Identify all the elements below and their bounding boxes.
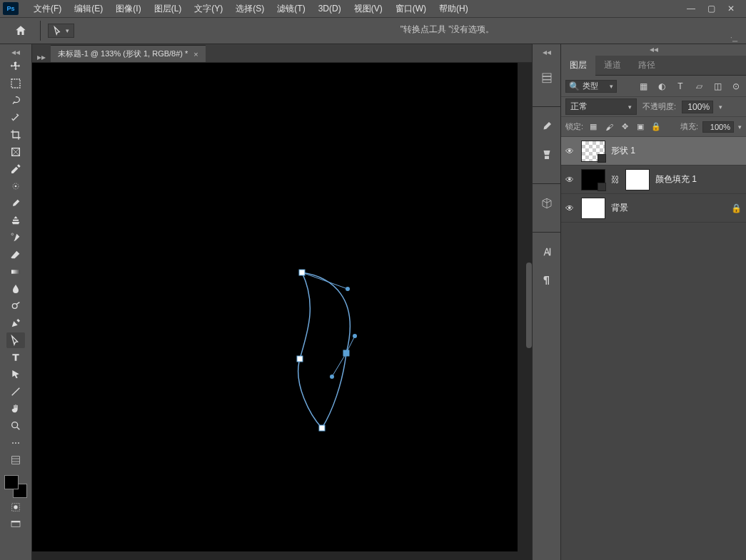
vertical-scrollbar[interactable] bbox=[526, 263, 532, 348]
brush-tool[interactable] bbox=[6, 195, 25, 211]
canvas[interactable] bbox=[32, 63, 518, 551]
menu-type[interactable]: 文字(Y) bbox=[188, 3, 229, 15]
pen-tool[interactable] bbox=[6, 315, 25, 331]
menu-help[interactable]: 帮助(H) bbox=[433, 3, 475, 15]
layer-kind-filter[interactable]: 🔍 ▾ bbox=[565, 80, 617, 93]
filter-shape-icon[interactable]: ▱ bbox=[693, 81, 705, 92]
path-select-tool[interactable] bbox=[6, 367, 25, 382]
lock-all-icon[interactable]: 🔒 bbox=[650, 121, 662, 133]
home-button[interactable] bbox=[9, 21, 33, 41]
lock-position-icon[interactable]: ✥ bbox=[619, 121, 630, 133]
move-tool[interactable] bbox=[6, 58, 25, 74]
history-brush-tool[interactable] bbox=[6, 230, 25, 245]
mask-thumbnail[interactable] bbox=[625, 169, 650, 190]
layer-row[interactable]: 👁 背景 🔒 bbox=[561, 194, 746, 223]
filter-smart-icon[interactable]: ◫ bbox=[712, 81, 723, 92]
edit-toolbar[interactable] bbox=[6, 452, 25, 468]
filter-pixel-icon[interactable]: ▦ bbox=[637, 81, 649, 92]
maximize-button[interactable]: ▢ bbox=[706, 4, 716, 14]
layer-row[interactable]: 👁 ⛓ 颜色填充 1 bbox=[561, 166, 746, 194]
document-tab[interactable]: 未标题-1 @ 133% (形状 1, RGB/8#) * × bbox=[51, 45, 206, 62]
menu-layer[interactable]: 图层(L) bbox=[148, 3, 188, 15]
canvas-viewport[interactable] bbox=[32, 63, 532, 560]
crop-tool[interactable] bbox=[6, 127, 25, 143]
filter-type-icon[interactable]: T bbox=[675, 81, 686, 92]
line-tool[interactable] bbox=[6, 384, 25, 399]
svg-rect-19 bbox=[297, 356, 303, 362]
brush-panel-icon[interactable] bbox=[538, 117, 556, 136]
magic-wand-tool[interactable] bbox=[6, 110, 25, 126]
dodge-tool[interactable] bbox=[6, 298, 25, 314]
lock-image-icon[interactable]: 🖌 bbox=[603, 121, 615, 133]
tab-channels[interactable]: 通道 bbox=[595, 56, 630, 76]
lasso-tool[interactable] bbox=[6, 93, 25, 108]
eraser-tool[interactable] bbox=[6, 247, 25, 263]
convert-point-tool[interactable] bbox=[6, 332, 25, 348]
screenmode-toggle[interactable] bbox=[6, 516, 25, 532]
panel-collapse[interactable]: ◂◂ bbox=[561, 44, 746, 56]
color-swatches[interactable] bbox=[4, 475, 27, 498]
shape-path[interactable] bbox=[32, 63, 518, 551]
layer-thumbnail[interactable] bbox=[581, 141, 605, 162]
quickmask-toggle[interactable] bbox=[6, 499, 25, 515]
layer-kind-input[interactable] bbox=[583, 82, 607, 91]
tool-preset-picker[interactable]: ▾ bbox=[48, 24, 74, 38]
layer-thumbnail[interactable] bbox=[581, 198, 605, 219]
menu-filter[interactable]: 滤镜(T) bbox=[271, 3, 311, 15]
menu-edit[interactable]: 编辑(E) bbox=[68, 3, 109, 15]
spot-heal-tool[interactable] bbox=[6, 178, 25, 194]
lock-transparent-icon[interactable]: ▦ bbox=[588, 121, 599, 133]
menu-view[interactable]: 视图(V) bbox=[348, 3, 389, 15]
filter-adjust-icon[interactable]: ◐ bbox=[656, 81, 667, 92]
history-panel-icon[interactable] bbox=[538, 68, 556, 87]
eyedropper-tool[interactable] bbox=[6, 161, 25, 177]
clone-stamp-tool[interactable] bbox=[6, 213, 25, 228]
character-panel-icon[interactable] bbox=[538, 243, 556, 261]
3d-panel-icon[interactable] bbox=[538, 194, 556, 213]
chevron-down-icon[interactable]: ▾ bbox=[719, 103, 722, 111]
fill-value[interactable]: 100% bbox=[702, 121, 734, 133]
minimize-button[interactable]: — bbox=[686, 4, 696, 14]
type-tool[interactable] bbox=[6, 350, 25, 365]
tab-layers[interactable]: 图层 bbox=[561, 56, 595, 76]
chevron-down-icon[interactable]: ▾ bbox=[738, 123, 742, 131]
layer-row[interactable]: 👁 形状 1 bbox=[561, 137, 746, 166]
options-more[interactable]: ·⎯ bbox=[730, 32, 737, 42]
direct-select-icon bbox=[53, 26, 63, 36]
visibility-toggle[interactable]: 👁 bbox=[565, 175, 575, 185]
lock-artboard-icon[interactable]: ▣ bbox=[635, 121, 646, 133]
layer-thumbnail[interactable] bbox=[581, 169, 605, 190]
menu-3d[interactable]: 3D(D) bbox=[312, 4, 348, 14]
layer-name[interactable]: 颜色填充 1 bbox=[655, 173, 697, 185]
tools-panel: ◂◂ ⋯ bbox=[0, 44, 32, 560]
paragraph-panel-icon[interactable] bbox=[538, 271, 556, 290]
visibility-toggle[interactable]: 👁 bbox=[565, 146, 575, 156]
close-tab-icon[interactable]: × bbox=[193, 50, 198, 58]
hand-tool[interactable] bbox=[6, 401, 25, 417]
menu-file[interactable]: 文件(F) bbox=[27, 3, 68, 15]
marquee-tool[interactable] bbox=[6, 76, 25, 91]
tabbar-collapse[interactable]: ▸▸ bbox=[35, 52, 48, 62]
menu-window[interactable]: 窗口(W) bbox=[389, 3, 433, 15]
blur-tool[interactable] bbox=[6, 281, 25, 297]
opacity-value[interactable]: 100% bbox=[682, 101, 713, 113]
zoom-tool[interactable] bbox=[6, 418, 25, 434]
tools-collapse[interactable]: ◂◂ bbox=[9, 47, 22, 57]
close-button[interactable]: ✕ bbox=[726, 4, 736, 14]
mask-link-icon[interactable]: ⛓ bbox=[611, 175, 620, 185]
blend-row: 正常 ▾ 不透明度: 100% ▾ bbox=[561, 97, 746, 117]
menu-select[interactable]: 选择(S) bbox=[229, 3, 271, 15]
frame-tool[interactable] bbox=[6, 144, 25, 160]
blend-mode-select[interactable]: 正常 ▾ bbox=[565, 98, 637, 115]
filter-toggle-icon[interactable]: ⊙ bbox=[730, 81, 742, 92]
layer-name[interactable]: 背景 bbox=[611, 202, 628, 214]
visibility-toggle[interactable]: 👁 bbox=[565, 203, 575, 213]
dock-collapse[interactable]: ◂◂ bbox=[540, 47, 553, 57]
foreground-color[interactable] bbox=[4, 475, 19, 489]
brush-presets-panel-icon[interactable] bbox=[538, 146, 556, 164]
tab-paths[interactable]: 路径 bbox=[630, 56, 664, 76]
more-tools[interactable]: ⋯ bbox=[6, 435, 25, 451]
gradient-tool[interactable] bbox=[6, 264, 25, 280]
layer-name[interactable]: 形状 1 bbox=[611, 145, 635, 157]
menu-image[interactable]: 图像(I) bbox=[109, 3, 147, 15]
